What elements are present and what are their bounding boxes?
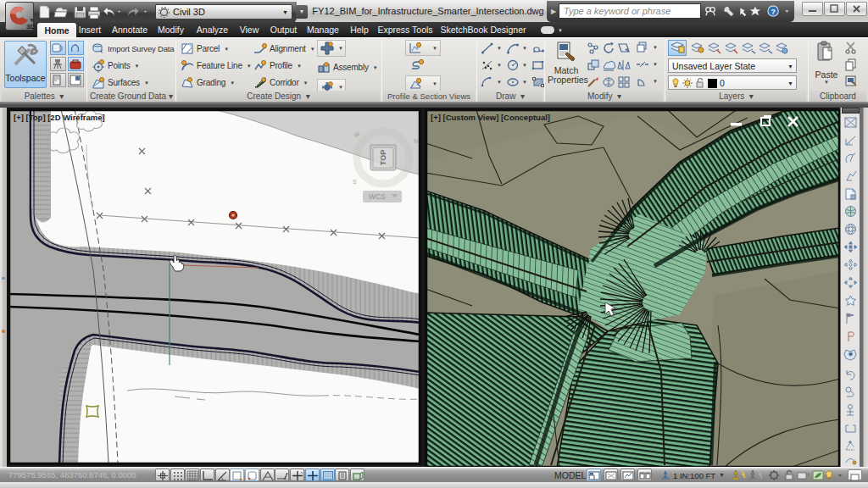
svg-text:S: S: [353, 179, 357, 185]
svg-text:TOP: TOP: [379, 150, 387, 165]
svg-text:N: N: [414, 138, 418, 144]
svg-text:?: ?: [771, 8, 775, 16]
svg-text:3D: 3D: [26, 23, 35, 30]
svg-text:[+] [Top] [2D Wireframe]: [+] [Top] [2D Wireframe]: [14, 113, 105, 122]
svg-text:[+] [Custom View] [Conceptual]: [+] [Custom View] [Conceptual]: [431, 113, 550, 122]
svg-text:WCS: WCS: [369, 192, 386, 201]
